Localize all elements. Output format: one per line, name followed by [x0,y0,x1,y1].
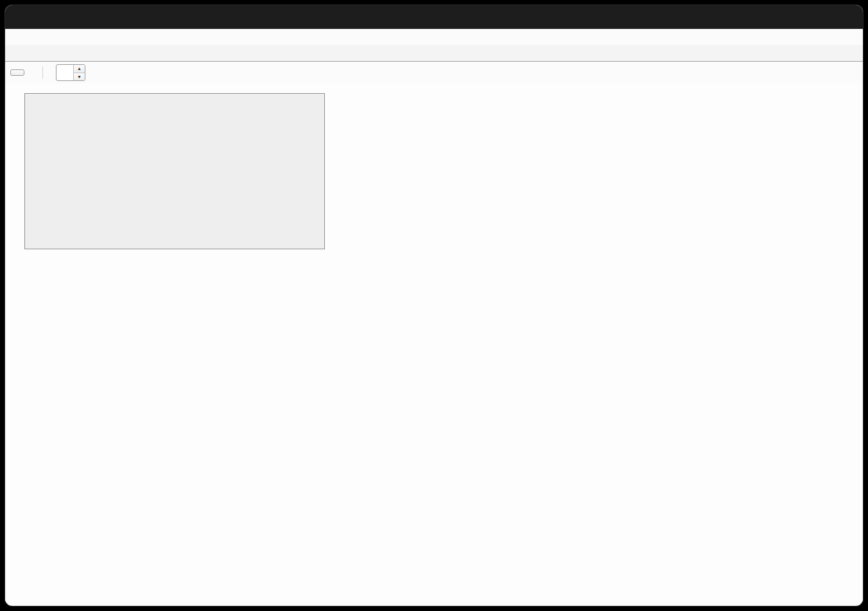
chart-legend [24,93,325,249]
toolbar: ▲ ▼ [5,62,863,84]
spinner-down-icon[interactable]: ▼ [74,73,85,81]
memory-consumed-chart[interactable] [5,84,863,601]
tab-bar [5,45,863,62]
stacked-diagrams-value[interactable] [56,65,73,80]
app-window: ▲ ▼ [5,5,863,606]
spinner-up-icon[interactable]: ▲ [74,65,85,73]
menu-bar [5,29,863,45]
export-as-button[interactable] [10,69,24,76]
toolbar-separator [42,66,43,79]
title-bar [5,5,863,29]
stacked-diagrams-spinner[interactable]: ▲ ▼ [56,64,85,81]
